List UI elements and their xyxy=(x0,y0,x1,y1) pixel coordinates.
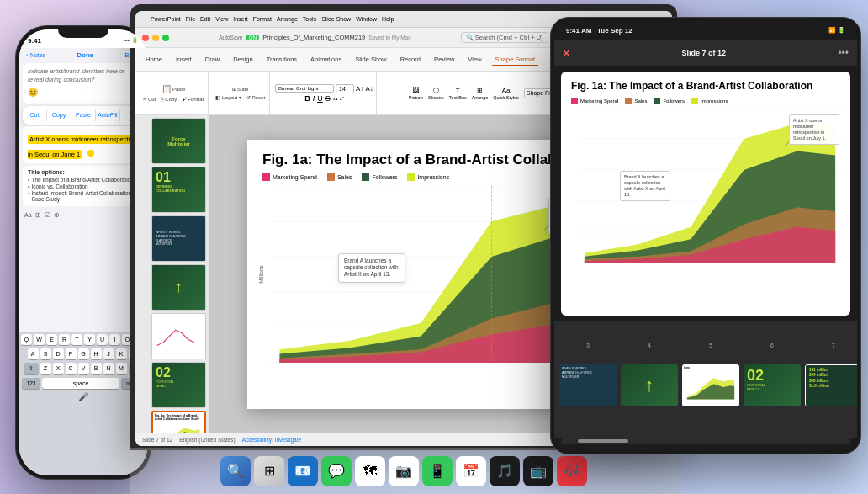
keyboard[interactable]: Q W E R T Y U I O P A S D F G H xyxy=(19,332,147,475)
key-i[interactable]: I xyxy=(109,334,120,345)
key-b[interactable]: B xyxy=(91,363,102,374)
key-123[interactable]: 123 xyxy=(22,378,40,389)
notes-done-btn[interactable]: Done xyxy=(77,51,93,59)
key-x[interactable]: X xyxy=(53,363,64,374)
format-aa-icon[interactable]: Aa xyxy=(24,212,32,218)
format-table-icon[interactable]: ⊞ xyxy=(35,211,41,219)
tab-home[interactable]: Home xyxy=(142,54,166,65)
window-menu[interactable]: Window xyxy=(356,16,377,22)
dock-appletv[interactable]: 📺 xyxy=(523,456,553,486)
align-btn[interactable]: ⊞ xyxy=(477,87,483,94)
tab-view[interactable]: View xyxy=(464,54,484,65)
cut-btn[interactable]: ✂ Cut xyxy=(141,95,157,103)
underline-btn[interactable]: U xyxy=(317,94,323,103)
dock-calendar[interactable]: 📅 xyxy=(456,456,486,486)
key-u[interactable]: U xyxy=(97,334,108,345)
arrange-menu[interactable]: Arrange xyxy=(277,16,298,22)
slide-thumb-4[interactable]: ↑ xyxy=(151,264,206,311)
dock-maps[interactable]: 🗺 xyxy=(355,456,385,486)
fullscreen-window-btn[interactable] xyxy=(162,35,169,41)
picture-btn[interactable]: 🖼 xyxy=(412,87,419,94)
key-f[interactable]: F xyxy=(66,348,77,359)
strikethrough-btn[interactable]: S xyxy=(326,94,331,103)
dock-messages[interactable]: 💬 xyxy=(321,456,352,486)
view-menu[interactable]: View xyxy=(215,16,228,22)
key-e[interactable]: E xyxy=(46,334,57,345)
bold-btn[interactable]: B xyxy=(304,94,310,103)
increase-font-btn[interactable]: A↑ xyxy=(356,85,363,93)
key-m[interactable]: M xyxy=(116,363,127,374)
text-box-btn[interactable]: T xyxy=(456,87,460,94)
dock-itunes[interactable]: 🎵 xyxy=(490,456,520,486)
layout-btn[interactable]: ◧ Layout ▾ xyxy=(214,93,242,101)
key-y[interactable]: Y xyxy=(84,334,95,345)
file-menu[interactable]: File xyxy=(186,16,195,22)
dock-launchpad[interactable]: ⊞ xyxy=(254,456,284,486)
tab-draw[interactable]: Draw xyxy=(202,54,224,65)
minimize-window-btn[interactable] xyxy=(152,35,159,41)
key-a[interactable]: A xyxy=(28,348,39,359)
key-w[interactable]: W xyxy=(34,334,45,345)
key-shift[interactable]: ⇧ xyxy=(24,363,39,374)
ipad-thumb-6[interactable]: 02 PotentialImpact xyxy=(744,364,801,406)
tab-slideshow[interactable]: Slide Show xyxy=(352,54,390,65)
key-z[interactable]: Z xyxy=(40,363,51,374)
paste-btn[interactable]: Paste xyxy=(71,109,96,121)
shapes-btn[interactable]: ⬡ xyxy=(433,87,439,94)
dock-music[interactable]: 🎶 xyxy=(557,456,587,486)
powerpoint-menu[interactable]: PowerPoint xyxy=(151,16,181,22)
edit-menu[interactable]: Edit xyxy=(200,16,210,22)
tab-review[interactable]: Review xyxy=(431,54,458,65)
dock-finder[interactable]: 🔍 xyxy=(220,456,251,486)
slideshow-menu[interactable]: Slide Show xyxy=(321,16,351,22)
dock-facetime[interactable]: 📱 xyxy=(422,456,453,486)
slide-thumb-7[interactable]: Fig. 1a: The Impact of a Brand-Artist Co… xyxy=(151,411,206,433)
format-painter-btn[interactable]: 🖌 Format xyxy=(180,95,205,103)
slide-thumb-5[interactable] xyxy=(151,313,206,359)
mic-icon[interactable]: 🎤 xyxy=(19,390,147,403)
ipad-more-btn[interactable]: ••• xyxy=(838,47,849,59)
reset-btn[interactable]: ↺ Reset xyxy=(245,93,267,101)
tab-animations[interactable]: Animations xyxy=(307,54,345,65)
key-h[interactable]: H xyxy=(91,348,102,359)
slide-thumb-3[interactable]: WHEN IT WORKS,A BRAND IS A FORCEIS A FOR… xyxy=(151,215,206,262)
key-k[interactable]: K xyxy=(116,348,127,359)
paste-btn[interactable]: 📋 Paste xyxy=(160,83,187,94)
quick-styles-btn[interactable]: Aa xyxy=(502,87,511,94)
copy-btn[interactable]: ⎘ Copy xyxy=(159,95,178,103)
format-menu[interactable]: Format xyxy=(253,16,272,22)
italic-btn[interactable]: I xyxy=(313,94,315,103)
tab-transitions[interactable]: Transitions xyxy=(263,54,300,65)
key-v[interactable]: V xyxy=(78,363,89,374)
accessibility-indicator[interactable]: Accessibility: Investigate xyxy=(242,437,301,443)
search-icon[interactable]: 🔍 Search (Cmd + Ctrl + U) xyxy=(461,32,548,43)
key-r[interactable]: R xyxy=(59,334,70,345)
notes-back-icon[interactable]: ‹ Notes xyxy=(26,51,45,59)
slide-thumb-6[interactable]: 02 PotentialImpact xyxy=(151,362,206,408)
key-s[interactable]: S xyxy=(40,348,51,359)
tab-design[interactable]: Design xyxy=(230,54,256,65)
key-q[interactable]: Q xyxy=(21,334,32,345)
key-d[interactable]: D xyxy=(53,348,64,359)
key-t[interactable]: T xyxy=(71,334,82,345)
insert-menu[interactable]: Insert xyxy=(233,16,248,22)
cut-btn[interactable]: Cut xyxy=(23,109,47,121)
font-family-selector[interactable] xyxy=(275,84,334,93)
ipad-thumb-5[interactable]: Cora xyxy=(682,364,739,406)
ipad-close-btn[interactable]: ✕ xyxy=(563,49,569,58)
tab-record[interactable]: Record xyxy=(397,54,424,65)
copy-btn[interactable]: Copy xyxy=(47,109,71,121)
help-menu[interactable]: Help xyxy=(382,16,394,22)
key-space[interactable]: space xyxy=(42,378,119,389)
tab-insert[interactable]: Insert xyxy=(172,54,195,65)
slide-thumb-1[interactable]: ForceMultiplier xyxy=(151,118,206,164)
ipad-thumb-3[interactable]: WHEN IT WORKS,A BRAND IS A FORCEMULTIPLI… xyxy=(559,364,617,406)
font-size-selector[interactable] xyxy=(336,84,354,93)
tab-shape-format[interactable]: Shape Format xyxy=(492,54,539,66)
ipad-thumb-7[interactable]: 141 million 264 million $68 billion $1.6… xyxy=(805,364,857,406)
key-c[interactable]: C xyxy=(66,363,77,374)
slide-thumb-2[interactable]: 01 DefiningCollaboration xyxy=(151,167,206,213)
autosave-toggle[interactable]: ON xyxy=(246,35,259,40)
format-checklist-icon[interactable]: ☑ xyxy=(45,211,50,219)
key-n[interactable]: N xyxy=(103,363,114,374)
